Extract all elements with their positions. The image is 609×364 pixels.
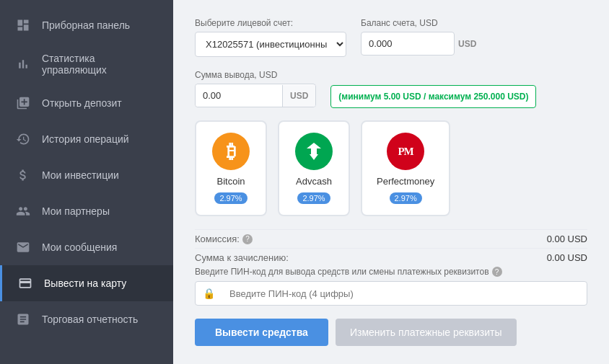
bitcoin-logo: ₿ bbox=[212, 133, 250, 170]
advcash-commission: 2.97% bbox=[297, 192, 330, 204]
sidebar-item-deposit-label: Открыть депозит bbox=[42, 97, 122, 109]
partners-icon bbox=[14, 203, 32, 220]
button-row: Вывести средства Изменить платежные рекв… bbox=[195, 319, 587, 346]
amount-currency: USD bbox=[282, 85, 315, 107]
pm-name: Perfectmoney bbox=[377, 176, 434, 187]
bitcoin-commission: 2.97% bbox=[214, 192, 247, 204]
balance-input-wrap: USD bbox=[361, 32, 476, 56]
dashboard-icon bbox=[14, 17, 32, 34]
min-max-hint: (минимум 5.00 USD / максимум 250.000 USD… bbox=[330, 85, 536, 108]
payment-card-advcash[interactable]: Advcash 2.97% bbox=[278, 120, 350, 216]
amount-row: Сумма вывода, USD USD (минимум 5.00 USD … bbox=[195, 70, 587, 107]
sidebar-item-withdraw[interactable]: Вывести на карту bbox=[0, 265, 173, 301]
min-max-hint-wrap: (минимум 5.00 USD / максимум 250.000 USD… bbox=[330, 75, 536, 102]
amount-group: Сумма вывода, USD USD bbox=[195, 70, 316, 107]
amount-label: Сумма вывода, USD bbox=[195, 70, 316, 80]
deposit-icon bbox=[14, 94, 32, 112]
advcash-logo bbox=[295, 133, 333, 170]
account-select-group: Выберите лицевой счет: X12025571 (инвест… bbox=[195, 18, 346, 57]
pin-input[interactable] bbox=[222, 283, 587, 305]
net-value: 0.00 USD bbox=[547, 252, 587, 263]
payment-methods: ₿ Bitcoin 2.97% Advcash 2.97% PM Perfect… bbox=[195, 120, 587, 216]
amount-input[interactable] bbox=[196, 84, 282, 107]
bar-chart-icon bbox=[14, 56, 32, 73]
sidebar-item-partners[interactable]: Мои партнеры bbox=[0, 193, 173, 229]
investments-icon bbox=[14, 167, 32, 184]
sidebar-item-history-label: История операций bbox=[42, 133, 129, 145]
history-icon bbox=[14, 130, 32, 148]
withdraw-button[interactable]: Вывести средства bbox=[195, 319, 328, 346]
sidebar-item-reports[interactable]: Торговая отчетность bbox=[0, 301, 173, 337]
amount-input-wrap: USD bbox=[195, 84, 316, 107]
commission-row: Комиссия: ? 0.00 USD bbox=[195, 229, 587, 248]
balance-label: Баланс счета, USD bbox=[361, 18, 476, 28]
commission-help-icon[interactable]: ? bbox=[242, 234, 253, 244]
sidebar-item-managers[interactable]: Статистика управляющих bbox=[0, 43, 173, 85]
pin-section: Введите ПИН-код для вывода средств или с… bbox=[195, 267, 587, 306]
change-details-button[interactable]: Изменить платежные реквизиты bbox=[336, 319, 517, 346]
messages-icon bbox=[14, 239, 32, 256]
net-label: Сумма к зачислению: bbox=[195, 252, 289, 263]
balance-group: Баланс счета, USD USD bbox=[361, 18, 476, 56]
sidebar-item-dashboard[interactable]: Приборная панель bbox=[0, 7, 173, 43]
bitcoin-name: Bitcoin bbox=[216, 176, 245, 187]
sidebar-item-investments[interactable]: Мои инвестиции bbox=[0, 157, 173, 193]
sidebar-item-partners-label: Мои партнеры bbox=[42, 205, 110, 217]
advcash-name: Advcash bbox=[296, 176, 332, 187]
commission-value: 0.00 USD bbox=[547, 234, 587, 244]
net-row: Сумма к зачислению: 0.00 USD bbox=[195, 248, 587, 267]
account-balance-row: Выберите лицевой счет: X12025571 (инвест… bbox=[195, 18, 587, 57]
balance-input[interactable] bbox=[361, 32, 455, 56]
sidebar-item-investments-label: Мои инвестиции bbox=[42, 169, 119, 181]
commission-label: Комиссия: ? bbox=[195, 234, 253, 244]
pm-commission: 2.97% bbox=[390, 192, 422, 204]
pin-help-icon[interactable]: ? bbox=[492, 267, 502, 277]
sidebar-item-managers-label: Статистика управляющих bbox=[42, 53, 159, 76]
sidebar-item-reports-label: Торговая отчетность bbox=[42, 314, 138, 325]
balance-currency: USD bbox=[458, 39, 476, 49]
lock-icon: 🔒 bbox=[196, 282, 222, 305]
sidebar-item-deposit[interactable]: Открыть депозит bbox=[0, 85, 173, 121]
reports-icon bbox=[14, 311, 32, 328]
sidebar: Приборная панель Статистика управляющих … bbox=[0, 0, 173, 364]
pm-logo: PM bbox=[387, 133, 424, 170]
payment-card-perfectmoney[interactable]: PM Perfectmoney 2.97% bbox=[361, 120, 450, 216]
sidebar-item-messages-label: Мои сообщения bbox=[42, 241, 117, 253]
sidebar-item-history[interactable]: История операций bbox=[0, 121, 173, 157]
account-select[interactable]: X12025571 (инвестиционны bbox=[195, 32, 346, 57]
payment-card-bitcoin[interactable]: ₿ Bitcoin 2.97% bbox=[195, 120, 267, 216]
pin-label: Введите ПИН-код для вывода средств или с… bbox=[195, 267, 587, 277]
sidebar-item-withdraw-label: Вывести на карту bbox=[44, 278, 126, 289]
main-content: Выберите лицевой счет: X12025571 (инвест… bbox=[173, 0, 609, 364]
sidebar-item-dashboard-label: Приборная панель bbox=[42, 19, 130, 31]
account-label: Выберите лицевой счет: bbox=[195, 18, 346, 28]
sidebar-item-messages[interactable]: Мои сообщения bbox=[0, 229, 173, 265]
withdraw-icon bbox=[17, 275, 34, 292]
pin-input-wrap: 🔒 bbox=[195, 281, 587, 306]
